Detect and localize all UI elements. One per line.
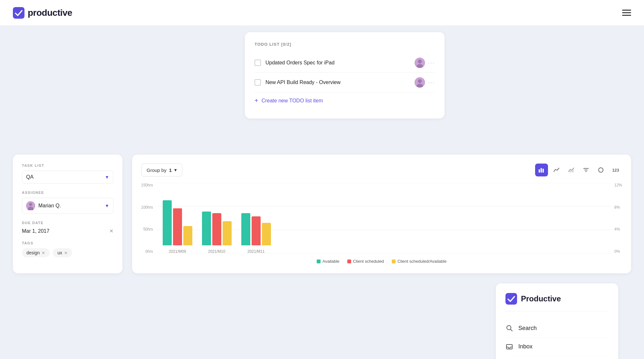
nav-item-inbox[interactable]: Inbox [505, 337, 609, 356]
y-label-50: 50hrs [143, 227, 153, 231]
due-date-clear-button[interactable]: ✕ [109, 228, 113, 234]
tag-ux-remove[interactable]: ✕ [64, 250, 68, 255]
right-nav-header: Productive [505, 293, 609, 311]
line-chart-icon[interactable] [550, 164, 563, 176]
assignee-label: ASSIGNEE [22, 191, 113, 194]
chart-legend: Available Client scheduled Client schedu… [141, 259, 622, 264]
svg-point-2 [418, 60, 422, 63]
bar-m09-red [173, 208, 182, 245]
todo-checkbox-2[interactable] [255, 79, 261, 86]
circle-icon[interactable] [594, 164, 607, 176]
group-by-button[interactable]: Group by 1 ▾ [141, 164, 182, 176]
y-label-150: 150hrs [141, 183, 153, 187]
nav-label-search: Search [518, 325, 537, 332]
chart-body: 150hrs 100hrs 50hrs 0hrs [141, 183, 622, 254]
assignee-avatar [26, 201, 35, 210]
bar-label-m09: 2021/M09 [169, 249, 186, 254]
avatar-2 [415, 77, 425, 88]
tag-ux: ux ✕ [53, 248, 72, 257]
y-right-8: 8% [614, 205, 620, 210]
svg-rect-10 [539, 169, 540, 173]
todo-title: TODO LIST [0/2] [255, 42, 435, 47]
chart-card: Group by 1 ▾ [132, 155, 631, 273]
chart-y-axis-left: 150hrs 100hrs 50hrs 0hrs [141, 183, 156, 254]
legend-available-label: Available [322, 259, 340, 264]
task-list-select[interactable]: QA ▼ [22, 171, 113, 184]
bar-m11-yellow [262, 223, 271, 245]
bar-group-m11: 2021/M11 [241, 213, 271, 254]
todo-item-right-2: ··· [415, 77, 435, 88]
number-icon[interactable]: 123 [609, 164, 622, 176]
todo-text-1: Updated Orders Spec for iPad [265, 60, 334, 66]
legend-client-scheduled-dot [347, 260, 351, 263]
chart-y-axis-right: 12% 8% 4% 0% [611, 183, 622, 254]
bar-group-m10: 2021/M10 [202, 212, 232, 254]
chart-bars: 2021/M09 2021/M10 [156, 183, 611, 254]
dots-menu-2[interactable]: ··· [428, 79, 435, 86]
bar-m10-green [202, 212, 211, 245]
legend-client-scheduled-available-label: Client scheduled/Available [398, 259, 447, 264]
svg-rect-12 [543, 169, 544, 173]
tag-design-text: design [26, 250, 40, 255]
header: productive [0, 0, 644, 26]
todo-item-right-1: ··· [415, 58, 435, 68]
inbox-icon [505, 343, 513, 350]
due-date-label: DUE DATE [22, 221, 113, 225]
bar-label-m11: 2021/M11 [247, 249, 264, 254]
bar-m09-yellow [183, 226, 192, 245]
legend-client-scheduled: Client scheduled [347, 259, 384, 264]
bar-group-bars-m11 [241, 213, 271, 245]
logo-text: productive [28, 8, 72, 18]
y-right-12: 12% [614, 183, 622, 187]
due-date-section: DUE DATE Mar 1, 2017 ✕ [22, 221, 113, 234]
svg-rect-0 [13, 7, 24, 19]
tag-ux-text: ux [57, 250, 62, 255]
dots-menu-1[interactable]: ··· [428, 60, 435, 66]
svg-rect-11 [541, 168, 542, 173]
tags-label: TAGS [22, 241, 113, 245]
todo-create-button[interactable]: + Create new TODO list item [255, 92, 435, 109]
due-date-value: Mar 1, 2017 [22, 228, 49, 234]
right-nav: Productive Search Inbox Approvals [496, 283, 618, 359]
hamburger-menu[interactable] [622, 10, 631, 16]
bar-label-m10: 2021/M10 [208, 249, 225, 254]
chart-toolbar: Group by 1 ▾ [141, 164, 622, 176]
y-label-0: 0hrs [145, 249, 153, 254]
todo-item: Updated Orders Spec for iPad ··· [255, 53, 435, 73]
assignee-select[interactable]: Marian Q. ▼ [22, 198, 113, 214]
logo-icon [13, 7, 24, 19]
bottom-area: TASK LIST QA ▼ ASSIGNEE Mar [13, 155, 631, 273]
todo-text-2: New API Build Ready - Overview [265, 80, 341, 85]
right-nav-logo-icon [505, 293, 517, 305]
task-list-value: QA [26, 174, 34, 180]
legend-client-scheduled-label: Client scheduled [353, 259, 384, 264]
svg-point-8 [29, 203, 32, 206]
nav-item-search[interactable]: Search [505, 319, 609, 337]
todo-create-label: Create new TODO list item [262, 98, 323, 104]
area-chart-icon[interactable] [565, 164, 578, 176]
search-icon [505, 324, 513, 332]
nav-item-approvals[interactable]: Approvals [505, 356, 609, 359]
y-right-4: 4% [614, 227, 620, 231]
todo-checkbox-1[interactable] [255, 60, 261, 66]
bar-m10-red [212, 213, 221, 245]
y-label-100: 100hrs [141, 205, 153, 210]
bar-group-m09: 2021/M09 [163, 200, 192, 254]
task-list-section: TASK LIST QA ▼ [22, 164, 113, 184]
bar-group-bars-m09 [163, 200, 192, 245]
y-right-0: 0% [614, 249, 620, 254]
plus-icon: + [255, 97, 258, 104]
todo-card: TODO LIST [0/2] Updated Orders Spec for … [245, 32, 445, 118]
bar-m11-red [252, 216, 261, 245]
dropdown-arrow-icon: ▼ [105, 175, 109, 180]
svg-rect-21 [505, 293, 517, 305]
tag-design: design ✕ [22, 248, 50, 257]
dropdown-arrow-assignee-icon: ▼ [105, 203, 109, 208]
bar-chart-icon[interactable] [535, 164, 548, 176]
filter-icon[interactable] [580, 164, 592, 176]
legend-client-scheduled-available-dot [392, 260, 396, 263]
right-nav-title: Productive [521, 294, 561, 303]
tags-section: TAGS design ✕ ux ✕ [22, 241, 113, 257]
tag-design-remove[interactable]: ✕ [42, 250, 45, 255]
legend-client-scheduled-available: Client scheduled/Available [392, 259, 447, 264]
